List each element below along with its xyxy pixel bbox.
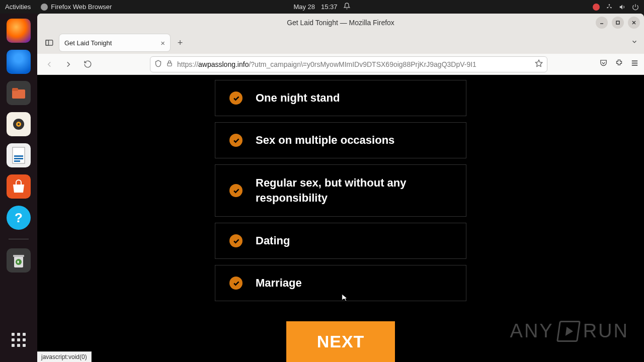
check-icon [229,134,243,147]
notification-indicator-icon[interactable] [593,4,600,11]
tab-title: Get Laid Tonight [64,39,112,47]
dock-trash[interactable] [7,248,31,273]
dock-libreoffice-writer[interactable] [7,143,31,167]
svg-rect-16 [616,21,619,24]
firefox-view-button[interactable] [42,36,56,50]
page-content: One night stand Sex on multiple occasion… [37,75,644,362]
dock-thunderbird[interactable] [7,50,31,74]
option-item[interactable]: Marriage [215,265,466,301]
gnome-topbar: Activities Firefox Web Browser May 28 15… [0,0,644,14]
bell-icon [344,3,351,11]
new-tab-button[interactable]: + [173,36,187,50]
clock-area[interactable]: May 28 15:37 [293,3,350,11]
play-icon [556,321,581,342]
options-list: One night stand Sex on multiple occasion… [215,80,466,301]
all-tabs-button[interactable] [631,38,638,47]
svg-rect-11 [14,160,20,162]
svg-rect-18 [46,40,48,46]
check-icon [229,234,243,247]
browser-tab[interactable]: Get Laid Tonight × [59,34,170,51]
dock-files[interactable] [7,81,31,105]
option-label: Marriage [256,276,302,291]
firefox-window: Get Laid Tonight — Mozilla Firefox Get L… [37,14,644,362]
pocket-icon[interactable] [599,59,608,69]
dock-divider [9,239,29,239]
next-button[interactable]: NEXT [286,321,395,362]
dock-firefox[interactable] [7,19,31,43]
volume-icon[interactable] [619,4,626,11]
shield-icon[interactable] [154,60,162,69]
option-item[interactable]: Sex on multiple occasions [215,122,466,158]
tab-bar: Get Laid Tonight × + [37,32,644,54]
window-maximize[interactable] [612,17,624,29]
window-close[interactable] [628,17,640,29]
window-titlebar: Get Laid Tonight — Mozilla Firefox [37,14,644,32]
network-icon[interactable] [606,4,613,11]
check-icon [229,184,243,197]
svg-rect-13 [13,255,24,257]
reload-button[interactable] [80,57,95,71]
url-bar[interactable]: https://awpasslong.info/?utm_campaign\=y… [150,56,547,72]
check-icon [229,92,243,105]
extensions-icon[interactable] [615,59,623,69]
tab-close-icon[interactable]: × [160,39,165,47]
check-icon [229,277,243,290]
dock-software[interactable] [7,174,31,199]
dock-help[interactable]: ? [7,206,31,230]
svg-rect-9 [14,155,23,157]
svg-rect-17 [46,40,53,46]
option-item[interactable]: Dating [215,223,466,259]
dock-rhythmbox[interactable] [7,112,31,136]
anyrun-watermark: ANY RUN [510,320,629,342]
ubuntu-dock: ? [0,14,37,362]
option-label: Sex on multiple occasions [256,133,394,148]
app-menu[interactable]: Firefox Web Browser [41,3,112,11]
firefox-menu-icon [41,4,48,11]
svg-point-7 [18,123,20,125]
svg-rect-10 [14,158,23,159]
activities-button[interactable]: Activities [5,3,31,11]
option-label: Dating [256,233,290,248]
navigation-toolbar: https://awpasslong.info/?utm_campaign\=y… [37,54,644,75]
bookmark-star-icon[interactable] [535,59,543,69]
url-text: https://awpasslong.info/?utm_campaign\=y… [177,60,531,68]
forward-button[interactable] [61,57,75,71]
svg-rect-4 [12,88,18,91]
window-title: Get Laid Tonight — Mozilla Firefox [287,19,394,27]
option-label: Regular sex, but without any responsibil… [256,175,452,205]
option-label: One night stand [256,90,340,106]
status-bar: javascript:void(0) [37,351,92,362]
lock-icon[interactable] [166,60,173,68]
dock-show-apps[interactable] [7,328,31,352]
svg-point-0 [609,4,610,5]
option-item[interactable]: One night stand [215,80,466,116]
back-button[interactable] [42,57,56,71]
app-menu-icon[interactable] [630,59,639,69]
window-minimize[interactable] [596,17,608,29]
option-item[interactable]: Regular sex, but without any responsibil… [215,164,466,217]
svg-rect-19 [168,63,172,66]
power-icon[interactable] [632,4,639,11]
